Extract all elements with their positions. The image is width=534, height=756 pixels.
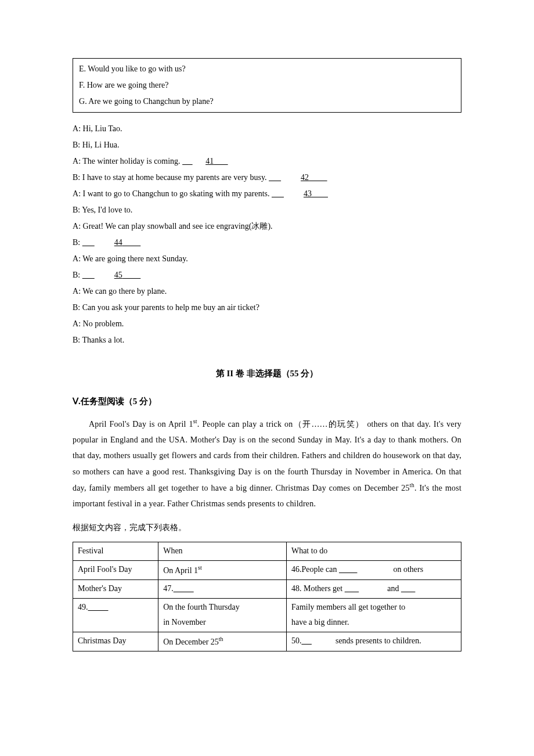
- choice-option-box: E. Would you like to go with us? F. How …: [73, 58, 461, 113]
- dialogue-text: I want to go to Changchun to go skating …: [83, 189, 270, 198]
- dialogue-speaker: B: [73, 271, 78, 279]
- blank-number-43: 43: [304, 186, 312, 202]
- blank-lead: [82, 235, 114, 251]
- choice-option-f: F. How are we going there?: [79, 77, 455, 93]
- passage-text: dinner. Christmas Day comes on December …: [250, 484, 410, 492]
- cell-text: 50.: [291, 636, 302, 645]
- passage-text: . People can play a trick on（开……的玩笑）: [197, 420, 365, 429]
- dialogue-speaker: A: [73, 254, 78, 263]
- dialogue-text: The winter holiday is coming.: [82, 157, 180, 165]
- cell-text: Family members all get together to: [291, 603, 405, 611]
- dialogue-speaker: B: [73, 303, 78, 312]
- dialogue-line: B: Thanks a lot.: [73, 332, 461, 348]
- dialogue-speaker: B: [73, 238, 78, 247]
- column-header-what: What to do: [286, 542, 461, 561]
- dialogue-text: No problem.: [83, 319, 124, 328]
- dialogue-text: We can go there by plane.: [82, 287, 167, 296]
- cell-text: on others: [391, 565, 423, 574]
- blank-49: [88, 600, 140, 615]
- cell-festival: Mother's Day: [73, 579, 158, 598]
- cell-what: 46.People can on others: [286, 560, 461, 579]
- dialogue-line: B: Hi, Li Hua.: [73, 137, 461, 153]
- choice-text: Would you like to go with us?: [88, 64, 185, 73]
- cell-text: 48. Mothers get: [291, 584, 345, 593]
- table-row: Mother's Day 47. 48. Mothers get and: [73, 579, 461, 598]
- blank-lead: [82, 267, 114, 283]
- festival-table: Festival When What to do April Fool's Da…: [73, 542, 461, 651]
- dialogue-speaker: A: [73, 287, 78, 296]
- dialogue-text: I have to stay at home because my parent…: [82, 173, 267, 182]
- dialogue-line: B: Yes, I'd love to.: [73, 202, 461, 218]
- table-header-row: Festival When What to do: [73, 542, 461, 561]
- reading-passage: April Fool's Day is on April 1st. People…: [73, 416, 461, 512]
- cell-text: have a big dinner.: [291, 618, 349, 627]
- column-header-festival: Festival: [73, 542, 158, 561]
- section-5-heading: Ⅴ.任务型阅读（5 分）: [73, 393, 461, 410]
- dialogue-line: A: We are going there next Sunday.: [73, 251, 461, 267]
- ordinal-suffix: th: [410, 482, 414, 488]
- choice-text: How are we going there?: [87, 81, 169, 89]
- blank-47: [174, 581, 226, 597]
- dialogue-line: B: 44: [73, 235, 461, 251]
- cell-what: Family members all get together to have …: [286, 598, 461, 632]
- dialogue-speaker: B: [73, 141, 78, 149]
- ordinal-suffix: st: [198, 564, 202, 571]
- blank-number-42: 42: [301, 170, 309, 186]
- dialogue-text: Hi, Li Hua.: [82, 141, 120, 149]
- ordinal-suffix: st: [193, 418, 197, 424]
- ordinal-suffix: th: [219, 636, 223, 642]
- dialogue-block: A: Hi, Liu Tao. B: Hi, Li Hua. A: The wi…: [73, 121, 461, 348]
- table-instruction: 根据短文内容，完成下列表格。: [73, 520, 461, 536]
- blank-lead: [269, 170, 301, 186]
- choice-letter: E: [79, 64, 84, 73]
- choice-text: Are we going to Changchun by plane?: [88, 97, 213, 106]
- dialogue-text: We are going there next Sunday.: [82, 254, 187, 263]
- dialogue-speaker: A: [73, 157, 78, 165]
- table-row: 49. On the fourth Thursday in November F…: [73, 598, 461, 632]
- blank-48a: [345, 581, 385, 597]
- dialogue-line: B: 45: [73, 267, 461, 283]
- dialogue-text: Great! We can play snowball and see ice …: [83, 222, 273, 231]
- cell-text: 46.People can: [291, 565, 339, 574]
- cell-text: On December 25: [163, 637, 219, 646]
- dialogue-line: A: Hi, Liu Tao.: [73, 121, 461, 137]
- blank-lead: [272, 186, 304, 202]
- cell-text: 49.: [78, 603, 88, 611]
- blank-tail: [122, 267, 175, 283]
- table-row: Christmas Day On December 25th 50. sends…: [73, 632, 461, 651]
- cell-text: in November: [163, 618, 205, 627]
- blank-46: [339, 562, 391, 578]
- cell-festival: 49.: [73, 598, 158, 632]
- blank-lead: [182, 153, 205, 170]
- dialogue-line: A: I want to go to Changchun to go skati…: [73, 186, 461, 202]
- cell-when: On April 1st: [158, 560, 287, 579]
- dialogue-line: A: Great! We can play snowball and see i…: [73, 218, 461, 235]
- cell-when: On December 25th: [158, 632, 287, 651]
- choice-option-e: E. Would you like to go with us?: [79, 61, 455, 77]
- dialogue-line: B: I have to stay at home because my par…: [73, 170, 461, 186]
- dialogue-text: Hi, Liu Tao.: [83, 124, 122, 133]
- dialogue-speaker: A: [73, 124, 78, 133]
- blank-tail: [122, 235, 175, 251]
- dialogue-speaker: A: [73, 222, 78, 231]
- blank-number-44: 44: [114, 235, 122, 251]
- passage-text: April Fool's Day is on April 1: [89, 420, 193, 429]
- cell-text: sends presents to children.: [333, 636, 421, 645]
- dialogue-text: Yes, I'd love to.: [82, 206, 132, 214]
- cell-what: 50. sends presents to children.: [286, 632, 461, 651]
- cell-text: and: [385, 584, 401, 593]
- choice-letter: F: [79, 81, 83, 89]
- cell-text: On April 1: [163, 566, 198, 574]
- cell-when: 47.: [158, 579, 287, 598]
- passage-text: get flowers and cards from their childre…: [159, 451, 445, 460]
- cell-text: 47.: [163, 584, 174, 593]
- dialogue-line: A: The winter holiday is coming. 41: [73, 153, 461, 170]
- blank-number-45: 45: [114, 267, 122, 283]
- cell-when: On the fourth Thursday in November: [158, 598, 287, 632]
- dialogue-text: Thanks a lot.: [82, 336, 124, 344]
- dialogue-speaker: B: [73, 173, 78, 182]
- dialogue-speaker: A: [73, 189, 78, 198]
- blank-tail: [214, 153, 254, 170]
- column-header-when: When: [158, 542, 287, 561]
- blank-tail: [312, 186, 352, 202]
